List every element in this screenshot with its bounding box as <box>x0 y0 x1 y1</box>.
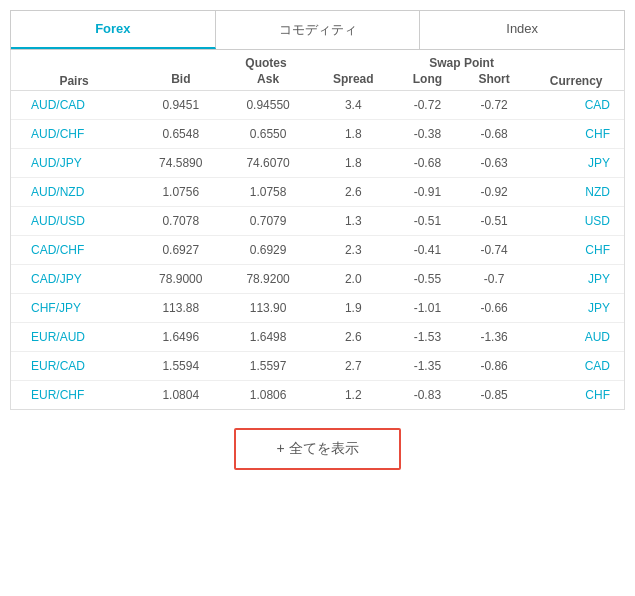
short-cell: -1.36 <box>460 323 528 352</box>
bid-cell: 1.0804 <box>137 381 224 410</box>
table-row: EUR/CHF 1.0804 1.0806 1.2 -0.83 -0.85 CH… <box>11 381 624 410</box>
spread-cell: 1.8 <box>312 120 395 149</box>
pairs-header: Pairs <box>11 50 137 91</box>
pair-cell[interactable]: AUD/CAD <box>11 91 137 120</box>
spread-cell: 2.3 <box>312 236 395 265</box>
currency-cell: CHF <box>528 236 624 265</box>
long-cell: -0.91 <box>395 178 460 207</box>
bid-cell: 1.6496 <box>137 323 224 352</box>
table-row: AUD/CHF 0.6548 0.6550 1.8 -0.38 -0.68 CH… <box>11 120 624 149</box>
short-cell: -0.92 <box>460 178 528 207</box>
spread-cell: 2.0 <box>312 265 395 294</box>
ask-cell: 74.6070 <box>224 149 311 178</box>
table-row: AUD/USD 0.7078 0.7079 1.3 -0.51 -0.51 US… <box>11 207 624 236</box>
currency-cell: CHF <box>528 381 624 410</box>
spread-cell: 3.4 <box>312 91 395 120</box>
main-container: Forex コモディティ Index Pairs Quotes Swap Poi… <box>10 10 625 480</box>
table-row: AUD/CAD 0.9451 0.94550 3.4 -0.72 -0.72 C… <box>11 91 624 120</box>
pair-cell[interactable]: EUR/CHF <box>11 381 137 410</box>
bid-cell: 113.88 <box>137 294 224 323</box>
pair-cell[interactable]: AUD/JPY <box>11 149 137 178</box>
ask-cell: 113.90 <box>224 294 311 323</box>
currency-cell: JPY <box>528 149 624 178</box>
long-cell: -0.55 <box>395 265 460 294</box>
ask-cell: 1.6498 <box>224 323 311 352</box>
pair-cell[interactable]: CAD/JPY <box>11 265 137 294</box>
table-row: CHF/JPY 113.88 113.90 1.9 -1.01 -0.66 JP… <box>11 294 624 323</box>
bid-cell: 1.0756 <box>137 178 224 207</box>
table-row: AUD/NZD 1.0756 1.0758 2.6 -0.91 -0.92 NZ… <box>11 178 624 207</box>
quotes-header: Quotes <box>137 50 395 72</box>
short-cell: -0.63 <box>460 149 528 178</box>
long-cell: -0.38 <box>395 120 460 149</box>
currency-cell: CAD <box>528 91 624 120</box>
bid-cell: 0.6927 <box>137 236 224 265</box>
tab-bar: Forex コモディティ Index <box>10 10 625 50</box>
short-cell: -0.66 <box>460 294 528 323</box>
spread-cell: 1.9 <box>312 294 395 323</box>
ask-cell: 1.0806 <box>224 381 311 410</box>
bid-cell: 1.5594 <box>137 352 224 381</box>
long-cell: -1.01 <box>395 294 460 323</box>
pair-cell[interactable]: AUD/NZD <box>11 178 137 207</box>
pair-cell[interactable]: CAD/CHF <box>11 236 137 265</box>
bid-header: Bid <box>137 72 224 91</box>
button-wrapper: + 全てを表示 <box>10 410 625 480</box>
table-row: AUD/JPY 74.5890 74.6070 1.8 -0.68 -0.63 … <box>11 149 624 178</box>
table-row: CAD/JPY 78.9000 78.9200 2.0 -0.55 -0.7 J… <box>11 265 624 294</box>
tab-index[interactable]: Index <box>420 11 624 49</box>
spread-cell: 2.6 <box>312 178 395 207</box>
spread-cell: 1.2 <box>312 381 395 410</box>
table-row: EUR/CAD 1.5594 1.5597 2.7 -1.35 -0.86 CA… <box>11 352 624 381</box>
ask-cell: 0.6550 <box>224 120 311 149</box>
currency-cell: USD <box>528 207 624 236</box>
long-cell: -0.41 <box>395 236 460 265</box>
short-cell: -0.86 <box>460 352 528 381</box>
spread-header: Spread <box>312 72 395 91</box>
long-cell: -0.72 <box>395 91 460 120</box>
short-cell: -0.68 <box>460 120 528 149</box>
short-cell: -0.85 <box>460 381 528 410</box>
currency-cell: NZD <box>528 178 624 207</box>
bid-cell: 0.7078 <box>137 207 224 236</box>
spread-cell: 2.6 <box>312 323 395 352</box>
pair-cell[interactable]: EUR/CAD <box>11 352 137 381</box>
table-wrapper: Pairs Quotes Swap Point Currency Bid Ask… <box>10 50 625 410</box>
bid-cell: 74.5890 <box>137 149 224 178</box>
ask-cell: 0.7079 <box>224 207 311 236</box>
currency-cell: CAD <box>528 352 624 381</box>
ask-cell: 78.9200 <box>224 265 311 294</box>
currency-cell: JPY <box>528 294 624 323</box>
currency-header: Currency <box>528 50 624 91</box>
bid-cell: 0.6548 <box>137 120 224 149</box>
long-cell: -0.83 <box>395 381 460 410</box>
ask-cell: 0.94550 <box>224 91 311 120</box>
long-cell: -1.53 <box>395 323 460 352</box>
currency-cell: JPY <box>528 265 624 294</box>
currency-cell: AUD <box>528 323 624 352</box>
long-cell: -1.35 <box>395 352 460 381</box>
ask-cell: 1.5597 <box>224 352 311 381</box>
pair-cell[interactable]: EUR/AUD <box>11 323 137 352</box>
short-cell: -0.72 <box>460 91 528 120</box>
ask-cell: 0.6929 <box>224 236 311 265</box>
bid-cell: 0.9451 <box>137 91 224 120</box>
pair-cell[interactable]: AUD/USD <box>11 207 137 236</box>
pair-cell[interactable]: CHF/JPY <box>11 294 137 323</box>
ask-cell: 1.0758 <box>224 178 311 207</box>
tab-forex[interactable]: Forex <box>11 11 216 49</box>
ask-header: Ask <box>224 72 311 91</box>
show-all-button[interactable]: + 全てを表示 <box>234 428 400 470</box>
long-cell: -0.68 <box>395 149 460 178</box>
spread-cell: 1.3 <box>312 207 395 236</box>
bid-cell: 78.9000 <box>137 265 224 294</box>
table-row: CAD/CHF 0.6927 0.6929 2.3 -0.41 -0.74 CH… <box>11 236 624 265</box>
short-cell: -0.7 <box>460 265 528 294</box>
long-cell: -0.51 <box>395 207 460 236</box>
swap-point-header: Swap Point <box>395 50 528 72</box>
pair-cell[interactable]: AUD/CHF <box>11 120 137 149</box>
tab-commodity[interactable]: コモディティ <box>216 11 421 49</box>
forex-table: Pairs Quotes Swap Point Currency Bid Ask… <box>11 50 624 409</box>
table-row: EUR/AUD 1.6496 1.6498 2.6 -1.53 -1.36 AU… <box>11 323 624 352</box>
short-header: Short <box>460 72 528 91</box>
